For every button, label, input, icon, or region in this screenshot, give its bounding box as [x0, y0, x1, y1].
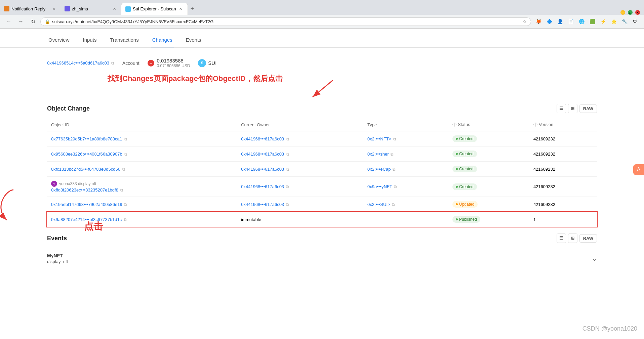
status-badge: Published [452, 216, 480, 223]
col-type: Type [363, 119, 448, 131]
version-value: 421609232 [533, 202, 555, 207]
extension-icon-7[interactable]: ⚡ [598, 17, 608, 26]
object-id-link[interactable]: 0x19aebf147d68•••7962a400586e19 [51, 202, 122, 207]
copy-object-id-icon[interactable]: ⧉ [122, 167, 125, 172]
extension-icon-1[interactable]: 🦊 [534, 17, 543, 26]
subnav-overview[interactable]: Overview [47, 34, 71, 47]
raw-button[interactable]: RAW [579, 104, 597, 113]
bookmark-icon: 🔒 [45, 19, 50, 24]
object-id-link[interactable]: 0xffd8f20623ec•••33235207e1bdf8 [51, 187, 118, 193]
annotation-arrow-svg [309, 80, 336, 100]
type-link[interactable]: 0x2:•••sher [367, 152, 389, 157]
extension-icon-3[interactable]: 👤 [555, 17, 565, 26]
copy-object-id-icon[interactable]: ⧉ [120, 188, 123, 193]
object-id-link[interactable]: 0x77635b29d5b7•••1a89fb8e788ca1 [51, 136, 122, 141]
copy-object-id-icon[interactable]: ⧉ [124, 217, 127, 222]
copy-owner-icon[interactable]: ⧉ [286, 152, 289, 157]
tab-close-1[interactable]: ✕ [51, 6, 56, 11]
amount-usd: 0.071805886 USD [157, 63, 190, 68]
forward-button[interactable]: → [16, 17, 26, 26]
owner-link[interactable]: 0x441968•••617a6c03 [241, 184, 284, 189]
window-minimize-button[interactable]: — [620, 10, 625, 15]
copy-owner-icon[interactable]: ⧉ [286, 167, 289, 172]
type-dash: - [367, 217, 369, 222]
extension-icon-4[interactable]: 📄 [566, 17, 575, 26]
extension-icon-9[interactable]: 🔧 [620, 17, 629, 26]
copy-object-id-icon[interactable]: ⧉ [124, 202, 127, 207]
status-dot [456, 168, 458, 170]
back-button[interactable]: ← [4, 17, 13, 26]
account-address-link[interactable]: 0x441968514c•••5a0d617a6c03 ⧉ [47, 60, 114, 66]
owner-link[interactable]: 0x441968•••617a6c03 [241, 136, 284, 141]
version-value: 421609232 [533, 136, 555, 141]
minus-icon: − [148, 60, 154, 67]
tab-favicon-1 [4, 6, 9, 11]
subnav-inputs[interactable]: Inputs [82, 34, 98, 47]
address-bar[interactable]: 🔒 suiscan.xyz/mainnet/tx/E4QQy9CMzJ33JxY… [40, 17, 531, 26]
window-maximize-button[interactable]: □ [628, 10, 633, 15]
copy-owner-icon[interactable]: ⧉ [286, 184, 289, 189]
owner-link[interactable]: 0x441968•••617a6c03 [241, 167, 284, 172]
owner-link[interactable]: 0x441968•••617a6c03 [241, 152, 284, 157]
events-grid-view-icon[interactable]: ⊞ [568, 234, 577, 243]
raw-button-group: ☰ ⊞ RAW [557, 104, 597, 113]
status-badge: Created [452, 135, 477, 142]
subnav-transactions[interactable]: Transactions [109, 34, 140, 47]
object-id-link[interactable]: 0xfc1313bc27d5•••f64783e0d5cd56 [51, 167, 120, 172]
tab-favicon-3 [125, 6, 131, 12]
tab-label-1: Notification Reply [11, 6, 49, 11]
col-current-owner: Current Owner [237, 119, 363, 131]
sui-label: SUI [208, 60, 216, 66]
reload-button[interactable]: ↻ [28, 17, 38, 26]
extension-icon-10[interactable]: 🛡 [631, 17, 640, 26]
type-link[interactable]: 0x2:•••NFT> [367, 136, 391, 141]
star-icon[interactable]: ☆ [523, 19, 527, 24]
copy-owner-icon[interactable]: ⧉ [286, 137, 289, 141]
type-link[interactable]: 0x9a•••yNFT [367, 184, 392, 189]
type-link[interactable]: 0x2:•••SUI> [367, 202, 390, 207]
subnav-events[interactable]: Events [185, 34, 203, 47]
copy-type-icon[interactable]: ⧉ [393, 137, 396, 141]
copy-type-icon[interactable]: ⧉ [393, 167, 396, 172]
extension-icon-5[interactable]: 🌐 [577, 17, 586, 26]
window-close-button[interactable]: ✕ [635, 10, 640, 15]
tab-zh-sims[interactable]: zh_sims ✕ [61, 3, 121, 15]
copy-object-id-icon[interactable]: ⧉ [124, 137, 127, 141]
copy-object-id-icon[interactable]: ⧉ [124, 152, 127, 157]
type-link[interactable]: 0x2:•••eCap [367, 167, 391, 172]
copy-type-icon[interactable]: ⧉ [391, 152, 394, 157]
url-text: suiscan.xyz/mainnet/tx/E4QQy9CMzJ33JxYJ5… [52, 19, 521, 24]
event-type: MyNFT [47, 253, 68, 258]
copy-type-icon[interactable]: ⧉ [394, 184, 397, 189]
status-badge: Created [452, 166, 477, 172]
events-section: 点击 Events ☰ ⊞ RAW M [0, 227, 644, 269]
extension-icon-2[interactable]: 🔷 [545, 17, 554, 26]
new-tab-button[interactable]: + [188, 3, 197, 15]
tab-close-3[interactable]: ✕ [178, 6, 184, 12]
table-row: 0x9a88207e4214•••bf3c67737b1d1c ⧉ immuta… [47, 212, 597, 227]
status-badge: Updated [452, 201, 478, 208]
tab-notification-reply[interactable]: Notification Reply ✕ [0, 3, 61, 15]
subnav-changes[interactable]: Changes [151, 34, 174, 47]
list-view-icon[interactable]: ☰ [557, 104, 566, 113]
extension-icon-6[interactable]: 🟩 [588, 17, 597, 26]
table-row: 0x19aebf147d68•••7962a400586e19 ⧉ 0x4419… [47, 197, 597, 212]
events-list-view-icon[interactable]: ☰ [557, 234, 566, 243]
status-badge: Created [452, 151, 477, 157]
copy-type-icon[interactable]: ⧉ [392, 202, 395, 207]
event-expand-icon[interactable]: ⌄ [592, 255, 597, 262]
events-title: Events ☰ ⊞ RAW [47, 234, 597, 243]
left-arrow-svg [0, 186, 20, 227]
object-id-link[interactable]: 0x95608ee3226b•••4081f66a30907b [51, 152, 122, 157]
copy-address-icon[interactable]: ⧉ [111, 61, 114, 66]
tab-close-2[interactable]: ✕ [112, 6, 117, 11]
extension-icon-8[interactable]: ⭐ [609, 17, 618, 26]
events-raw-button-group: ☰ ⊞ RAW [557, 234, 597, 243]
translate-fab[interactable]: A [633, 164, 644, 175]
copy-owner-icon[interactable]: ⧉ [286, 202, 289, 207]
owner-link[interactable]: 0x441968•••617a6c03 [241, 202, 284, 207]
table-row: 0x77635b29d5b7•••1a89fb8e788ca1 ⧉ 0x4419… [47, 131, 597, 146]
tab-sui-explorer[interactable]: Sui Explorer - Suiscan ✕ [121, 3, 188, 15]
events-raw-button[interactable]: RAW [579, 234, 597, 243]
grid-view-icon[interactable]: ⊞ [568, 104, 577, 113]
